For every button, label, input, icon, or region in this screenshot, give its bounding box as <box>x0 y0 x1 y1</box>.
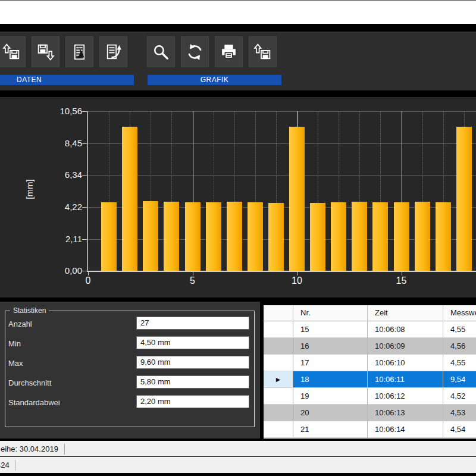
table-header-row: Nr.ZeitMesswert <box>264 305 476 321</box>
save-data-button[interactable] <box>32 36 60 67</box>
cell-zeit[interactable]: 10:06:08 <box>368 321 443 338</box>
measurement-chart[interactable]: [mm] 0,002,114,226,348,4510,56051015 <box>0 97 476 298</box>
row-selector-cell[interactable]: ► <box>264 371 293 388</box>
cell-zeit[interactable]: 10:06:12 <box>368 388 443 405</box>
cell-nr[interactable]: 21 <box>293 421 368 438</box>
zoom-graphic-button[interactable] <box>147 36 175 67</box>
measurement-table[interactable]: Nr.ZeitMesswert1510:06:084,551610:06:094… <box>264 305 476 439</box>
cell-messwert[interactable]: 4,54 <box>443 421 476 438</box>
chart-y-tick-mark <box>82 271 87 271</box>
statusbar-device-text: 424 <box>0 458 10 473</box>
chart-bar <box>372 202 388 271</box>
row-selector-cell[interactable] <box>264 421 293 438</box>
chart-y-tick-mark <box>82 207 87 208</box>
cell-messwert[interactable]: 9,54 <box>443 371 476 388</box>
cell-messwert[interactable]: 4,55 <box>443 355 476 371</box>
refresh-graphic-button[interactable] <box>181 36 209 67</box>
chart-y-tick-mark <box>82 175 87 176</box>
toolbar-group-label-daten: DATEN <box>0 75 134 85</box>
table-row[interactable]: 1610:06:094,56 <box>264 338 476 355</box>
chart-x-tick-label: 0 <box>76 275 100 286</box>
row-selector-cell[interactable] <box>264 321 293 338</box>
printer-icon <box>219 42 239 62</box>
toolbar-group-label-grafik: GRAFIK <box>148 75 281 85</box>
chart-bar <box>394 202 409 271</box>
chart-bar <box>227 202 242 271</box>
stat-value-standardabwei[interactable]: 2,20 mm <box>136 395 249 408</box>
row-selector-cell[interactable] <box>264 355 293 371</box>
chart-bar <box>352 202 367 271</box>
table-row[interactable]: 2010:06:134,53 <box>264 405 476 421</box>
statusbar-device: 424 <box>0 457 476 473</box>
row-selector-cell[interactable] <box>264 388 293 405</box>
cell-nr[interactable]: 19 <box>293 388 368 405</box>
statistics-legend: Statistiken <box>10 306 49 315</box>
table-row[interactable]: 1710:06:104,55 <box>264 355 476 371</box>
stat-value-min[interactable]: 4,50 mm <box>136 336 249 349</box>
chart-bar <box>101 202 117 271</box>
row-selector-cell[interactable] <box>264 405 293 421</box>
cell-nr[interactable]: 20 <box>293 405 368 421</box>
cell-messwert[interactable]: 4,52 <box>443 388 476 405</box>
cell-nr[interactable]: 18 <box>293 371 368 388</box>
chart-x-tick-mark <box>402 272 402 275</box>
chart-y-tick-mark <box>82 239 87 240</box>
clear-data-button[interactable] <box>65 36 93 67</box>
chart-bar <box>415 202 430 271</box>
table-body: 1510:06:084,551610:06:094,561710:06:104,… <box>264 321 476 438</box>
statusbar-series-text: eihe: 30.04.2019 <box>1 441 58 456</box>
chart-y-tick-label: 4,22 <box>46 202 82 212</box>
stat-value-anzahl[interactable]: 27 <box>136 317 249 330</box>
statusbar-separator <box>64 444 65 455</box>
cell-nr[interactable]: 15 <box>293 321 368 338</box>
table-row[interactable]: 1910:06:124,52 <box>264 388 476 405</box>
table-header-messwert[interactable]: Messwert <box>443 305 476 321</box>
cell-messwert[interactable]: 4,56 <box>443 338 476 355</box>
table-row[interactable]: 1510:06:084,55 <box>264 321 476 338</box>
chart-y-tick-label: 10,56 <box>46 106 82 116</box>
stat-value-max[interactable]: 9,60 mm <box>136 356 249 369</box>
table-header-nr[interactable]: Nr. <box>293 305 368 321</box>
print-graphic-button[interactable] <box>215 36 243 67</box>
chart-hgridline <box>88 175 476 176</box>
chart-y-tick-label: 0,00 <box>46 265 82 275</box>
chart-bar <box>164 202 179 271</box>
application-window: DATEN GRAFIK [mm] 0,002,114,226,348,4510… <box>0 0 476 476</box>
cell-nr[interactable]: 17 <box>293 355 368 371</box>
table-row[interactable]: 2110:06:144,54 <box>264 421 476 438</box>
cell-messwert[interactable]: 4,53 <box>443 405 476 421</box>
toolbar: DATEN GRAFIK <box>0 32 476 90</box>
statusbar-series: eihe: 30.04.2019 <box>0 441 476 456</box>
row-selector-cell[interactable] <box>264 338 293 355</box>
cell-zeit[interactable]: 10:06:11 <box>368 371 443 388</box>
chart-bar <box>436 202 451 271</box>
cell-zeit[interactable]: 10:06:13 <box>368 405 443 421</box>
chart-hgridline <box>88 143 476 144</box>
chart-x-tick-mark <box>297 272 298 275</box>
cell-zeit[interactable]: 10:06:10 <box>368 355 443 371</box>
load-data-button[interactable] <box>0 36 26 67</box>
stat-label-standardabwei: Standardabwei <box>8 396 60 409</box>
stat-label-min: Min <box>8 337 21 350</box>
table-row-selected[interactable]: ►1810:06:119,54 <box>264 371 476 388</box>
save-graphic-button[interactable] <box>249 36 277 67</box>
floppy-down-icon <box>36 42 55 62</box>
statistics-panel: Statistiken Anzahl27Min4,50 mmMax9,60 mm… <box>0 302 260 439</box>
cell-messwert[interactable]: 4,55 <box>443 321 476 338</box>
selected-row-arrow-icon: ► <box>275 375 282 384</box>
cell-zeit[interactable]: 10:06:14 <box>368 421 443 438</box>
chart-x-tick-mark <box>88 272 89 275</box>
export-data-button[interactable] <box>99 36 127 67</box>
cell-zeit[interactable]: 10:06:09 <box>368 338 443 355</box>
table-header-zeit[interactable]: Zeit <box>368 305 443 321</box>
recycle-icon <box>185 42 205 62</box>
stat-value-durchschnitt[interactable]: 5,80 mm <box>136 375 249 389</box>
document-clear-icon <box>70 42 89 62</box>
floppy-up-icon <box>2 42 21 62</box>
stat-label-max: Max <box>8 357 23 370</box>
table-header-rowselector <box>264 305 293 321</box>
chart-bar <box>122 127 137 271</box>
chart-hgridline <box>88 111 476 112</box>
document-export-icon <box>104 42 123 62</box>
cell-nr[interactable]: 16 <box>293 338 368 355</box>
